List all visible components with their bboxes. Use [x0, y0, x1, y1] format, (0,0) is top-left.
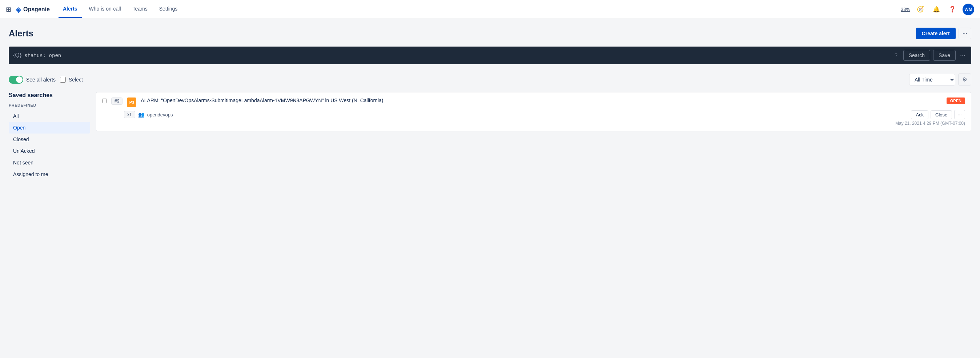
help-icon-btn[interactable]: ❓ [947, 4, 958, 15]
page: Alerts Create alert ··· {Q} ? Search Sav… [0, 19, 980, 358]
sidebar-item-not-seen[interactable]: Not seen [9, 157, 90, 168]
sidebar-item-all-label: All [13, 113, 19, 119]
alert-count-badge: x1 [124, 111, 135, 118]
search-button[interactable]: Search [903, 50, 930, 61]
ack-button[interactable]: Ack [911, 110, 928, 119]
logo-text: Opsgenie [23, 6, 50, 13]
toggle-knob [16, 77, 22, 83]
status-badge: OPEN [947, 97, 965, 104]
nav-oncall[interactable]: Who is on-call [85, 1, 126, 18]
see-all-toggle[interactable] [9, 76, 23, 84]
create-alert-button[interactable]: Create alert [916, 28, 956, 39]
sidebar-item-open[interactable]: Open [9, 122, 90, 134]
toolbar-row: See all alerts Select All Time Last hour… [9, 70, 971, 89]
main-content: #9 P3 ALARM: "OpenDevOpsAlarms-SubmitIma… [96, 92, 971, 358]
nav-right: 33% 🧭 🔔 ❓ WM [901, 4, 974, 15]
logo-icon: ◈ [16, 5, 21, 14]
sidebar-item-all[interactable]: All [9, 110, 90, 122]
alert-num-badge: #9 [111, 97, 123, 105]
compass-icon-btn[interactable]: 🧭 [915, 4, 926, 15]
searchbar-more-button[interactable]: ··· [959, 50, 967, 61]
sidebar-item-closed-label: Closed [13, 136, 29, 142]
toggle-wrap: See all alerts [9, 76, 56, 84]
see-all-label: See all alerts [26, 77, 56, 83]
nav-logo[interactable]: ◈ Opsgenie [16, 5, 50, 14]
alerts-header: Alerts Create alert ··· [9, 28, 971, 39]
select-checkbox[interactable] [60, 77, 66, 83]
search-help-button[interactable]: ? [892, 51, 900, 60]
toolbar-right: All Time Last hour Last 24 hours Last 7 … [909, 74, 971, 85]
notification-icon-btn[interactable]: 🔔 [931, 4, 942, 15]
select-label: Select [69, 77, 83, 83]
priority-badge: P3 [127, 97, 136, 107]
select-checkbox-wrap: Select [60, 77, 83, 83]
header-actions: Create alert ··· [916, 28, 971, 39]
sidebar-item-assigned-label: Assigned to me [13, 171, 48, 177]
alert-list: #9 P3 ALARM: "OpenDevOpsAlarms-SubmitIma… [96, 92, 971, 131]
grid-icon[interactable]: ⊞ [6, 5, 11, 13]
content-area: Saved searches PREDEFINED All Open Close… [9, 92, 971, 358]
alert-title[interactable]: ALARM: "OpenDevOpsAlarms-SubmitImageLamb… [141, 97, 942, 103]
predefined-label: PREDEFINED [9, 103, 90, 107]
alert-more-button[interactable]: ··· [954, 110, 965, 119]
nav-settings[interactable]: Settings [155, 1, 182, 18]
table-row: #9 P3 ALARM: "OpenDevOpsAlarms-SubmitIma… [96, 92, 971, 131]
nav-percent[interactable]: 33% [901, 6, 910, 12]
header-more-button[interactable]: ··· [959, 28, 971, 39]
alert-actions: Ack Close ··· [911, 110, 965, 119]
page-title: Alerts [9, 29, 33, 38]
alert-time: May 21, 2021 4:29 PM (GMT-07:00) [102, 121, 965, 126]
filter-icon-btn[interactable]: ⚙ [958, 74, 971, 85]
team-name: opendevops [147, 112, 173, 118]
sidebar-item-assigned[interactable]: Assigned to me [9, 168, 90, 180]
sidebar-item-unacked[interactable]: Un'Acked [9, 145, 90, 157]
search-input[interactable] [24, 53, 889, 58]
sidebar: Saved searches PREDEFINED All Open Close… [9, 92, 96, 358]
sidebar-title: Saved searches [9, 92, 90, 99]
sidebar-item-closed[interactable]: Closed [9, 134, 90, 145]
user-avatar[interactable]: WM [963, 4, 974, 15]
top-nav: ⊞ ◈ Opsgenie Alerts Who is on-call Teams… [0, 0, 980, 19]
alert-row-top: #9 P3 ALARM: "OpenDevOpsAlarms-SubmitIma… [102, 97, 965, 107]
save-button[interactable]: Save [933, 50, 956, 61]
time-filter-select[interactable]: All Time Last hour Last 24 hours Last 7 … [909, 74, 955, 85]
sidebar-item-unacked-label: Un'Acked [13, 148, 35, 154]
close-alert-button[interactable]: Close [931, 110, 952, 119]
alert-checkbox[interactable] [102, 99, 107, 103]
nav-alerts[interactable]: Alerts [59, 1, 82, 18]
sidebar-item-open-label: Open [13, 125, 25, 131]
team-icon: 👥 [138, 112, 144, 118]
search-bar: {Q} ? Search Save ··· [9, 46, 971, 64]
nav-teams[interactable]: Teams [128, 1, 152, 18]
search-query-icon: {Q} [13, 52, 21, 59]
alert-row-bottom: x1 👥 opendevops Ack Close ··· [102, 110, 965, 119]
sidebar-item-not-seen-label: Not seen [13, 160, 33, 166]
